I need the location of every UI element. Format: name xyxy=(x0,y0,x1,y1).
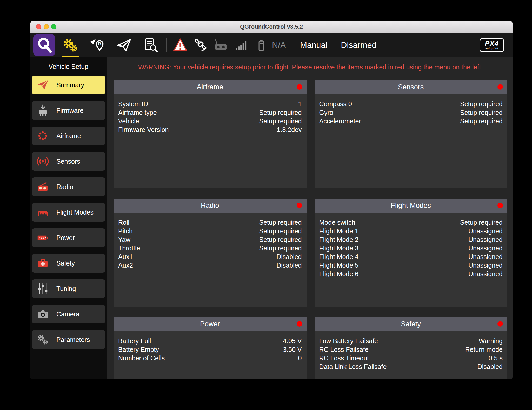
sidebar-item-power[interactable]: Power xyxy=(32,228,105,247)
battery-solid-icon xyxy=(36,231,50,244)
plan-button[interactable]: B xyxy=(84,33,110,57)
paper-plane-outline-icon xyxy=(116,37,132,53)
row-label: Airframe type xyxy=(118,108,157,117)
row-value: Unassigned xyxy=(468,261,503,270)
row-value: Unassigned xyxy=(468,270,503,278)
row-value: Setup required xyxy=(259,227,302,235)
row-value: Unassigned xyxy=(468,244,503,253)
row-label: Flight Mode 2 xyxy=(319,235,358,244)
sidebar-item-tuning[interactable]: Tuning xyxy=(32,279,105,298)
row-label: Gyro xyxy=(319,108,333,117)
card-body: Battery Full4.05 VBattery Empty3.50 VNum… xyxy=(114,331,307,379)
gps-status-indicator[interactable] xyxy=(190,33,211,57)
status-alert-dot xyxy=(497,321,503,327)
row-label: Flight Mode 6 xyxy=(319,270,358,278)
row-value: Warning xyxy=(479,337,503,345)
analyze-button[interactable] xyxy=(137,33,164,57)
card-row: Compass 0Setup required xyxy=(319,100,503,108)
firmware-chip-icon xyxy=(36,104,50,117)
row-label: RC Loss Failsafe xyxy=(319,345,369,354)
sidebar-title: Vehicle Setup xyxy=(30,61,107,72)
arm-state-indicator[interactable]: Disarmed xyxy=(341,40,376,50)
sidebar-item-safety[interactable]: Safety xyxy=(32,254,105,273)
svg-text:B: B xyxy=(98,41,101,46)
card-body: RollSetup requiredPitchSetup requiredYaw… xyxy=(114,213,307,307)
summary-card-sensors: SensorsCompass 0Setup requiredGyroSetup … xyxy=(315,80,508,188)
px4-autopilot-logo: PX4 autopilot xyxy=(480,38,504,52)
close-button[interactable] xyxy=(36,24,41,29)
sidebar-item-label: Safety xyxy=(56,260,75,267)
card-row: Flight Mode 3Unassigned xyxy=(319,244,503,253)
card-row: Aux1Disabled xyxy=(118,253,302,261)
card-row: Number of Cells0 xyxy=(118,354,302,362)
row-value: Setup required xyxy=(460,218,503,227)
paper-plane-solid-icon xyxy=(36,78,50,92)
card-title: Safety xyxy=(401,320,421,328)
sensor-waves-icon xyxy=(36,155,50,168)
sidebar-item-label: Summary xyxy=(56,81,84,89)
sidebar-item-summary[interactable]: Summary xyxy=(32,76,105,94)
card-row: Aux2Disabled xyxy=(118,261,302,270)
sidebar-item-flight-modes[interactable]: Flight Modes xyxy=(32,203,105,222)
card-row: PitchSetup required xyxy=(118,227,302,235)
row-label: Data Link Loss Failsafe xyxy=(319,362,387,371)
row-value: Setup required xyxy=(259,244,302,253)
titlebar[interactable]: QGroundControl v3.5.2 xyxy=(30,21,513,33)
sidebar-item-parameters[interactable]: Parameters xyxy=(32,330,105,349)
card-row: Battery Full4.05 V xyxy=(118,337,302,345)
toolbar-status-indicators xyxy=(170,33,271,57)
vehicle-setup-button[interactable] xyxy=(57,33,84,57)
zoom-button[interactable] xyxy=(51,24,56,29)
card-row: Mode switchSetup required xyxy=(319,218,503,227)
document-search-icon xyxy=(143,38,158,53)
row-label: Pitch xyxy=(118,227,133,235)
sidebar-item-label: Camera xyxy=(56,310,79,318)
row-value: Disabled xyxy=(276,253,302,261)
toolbar-view-buttons: B xyxy=(30,33,164,57)
airframe-dots-icon xyxy=(36,129,50,143)
row-value: Setup required xyxy=(460,100,503,108)
battery-icon xyxy=(256,38,267,53)
card-row: Low Battery FailsafeWarning xyxy=(319,337,503,345)
sidebar-item-radio[interactable]: Radio xyxy=(32,177,105,196)
sidebar-item-airframe[interactable]: Airframe xyxy=(32,127,105,145)
status-alert-dot xyxy=(297,321,302,327)
px4-logo-text: PX4 xyxy=(485,40,499,47)
qgc-home-button[interactable] xyxy=(33,33,55,57)
row-value: 1.8.2dev xyxy=(277,125,302,134)
minimize-button[interactable] xyxy=(44,24,49,29)
row-value: Unassigned xyxy=(468,227,503,235)
fly-button[interactable] xyxy=(110,33,137,57)
telemetry-rssi-indicator[interactable] xyxy=(231,33,251,57)
plan-waypoints-icon: B xyxy=(89,37,105,53)
row-value: Setup required xyxy=(460,117,503,125)
row-value: Setup required xyxy=(259,108,302,117)
settings-gears-icon xyxy=(62,37,78,53)
row-label: Flight Mode 5 xyxy=(319,261,358,270)
card-body: System ID1Airframe typeSetup requiredVeh… xyxy=(114,94,307,188)
card-row: Data Link Loss FailsafeDisabled xyxy=(319,362,503,371)
row-value: Unassigned xyxy=(468,253,503,261)
row-label: Battery Full xyxy=(118,337,151,345)
content-area: Vehicle Setup SummaryFirmwareAirframeSen… xyxy=(30,57,513,379)
row-label: Flight Mode 1 xyxy=(319,227,358,235)
row-value: Return mode xyxy=(465,345,503,354)
row-value: 3.50 V xyxy=(283,345,302,354)
vehicle-messages-indicator[interactable] xyxy=(170,33,190,57)
sidebar-item-label: Sensors xyxy=(56,158,80,165)
card-row: Airframe typeSetup required xyxy=(118,108,302,117)
card-header: Safety xyxy=(315,317,508,331)
card-title: Power xyxy=(200,320,220,328)
satellite-icon xyxy=(193,38,208,52)
sidebar-item-firmware[interactable]: Firmware xyxy=(32,101,105,120)
battery-status-indicator[interactable] xyxy=(251,33,271,57)
card-title: Airframe xyxy=(197,83,223,91)
flight-mode-indicator[interactable]: Manual xyxy=(300,40,327,50)
sidebar-item-label: Firmware xyxy=(56,107,83,114)
rc-rssi-indicator[interactable] xyxy=(211,33,231,57)
sidebar-item-sensors[interactable]: Sensors xyxy=(32,152,105,171)
sidebar-item-label: Tuning xyxy=(56,285,76,293)
card-header: Power xyxy=(114,317,307,331)
card-row: AccelerometerSetup required xyxy=(319,117,503,125)
sidebar-item-camera[interactable]: Camera xyxy=(32,305,105,323)
